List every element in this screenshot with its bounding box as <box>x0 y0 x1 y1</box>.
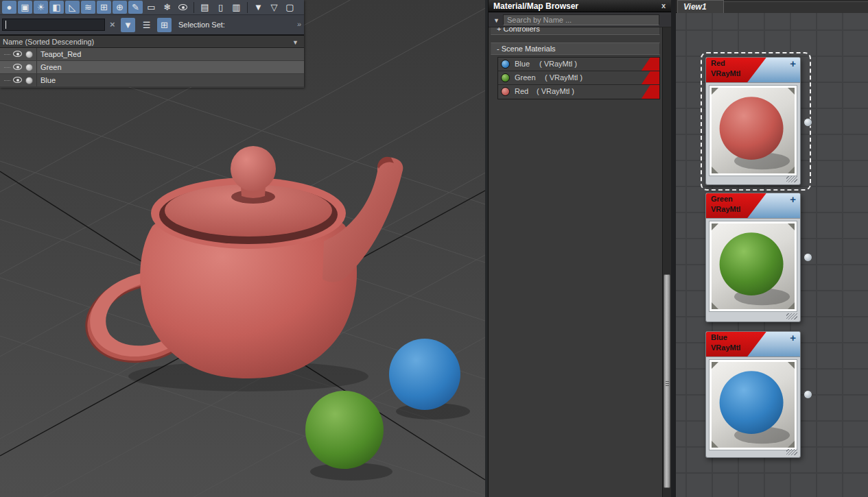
node-resize-grip[interactable] <box>786 449 797 455</box>
object-dot-icon[interactable] <box>25 51 33 58</box>
material-item-red[interactable]: Red ( VRayMtl ) <box>498 85 659 99</box>
preview-corner <box>712 223 718 230</box>
tree-branch <box>4 80 10 81</box>
expand-plus-icon[interactable]: + <box>790 332 796 343</box>
tab-view1[interactable]: View1 <box>677 0 724 13</box>
node-subtitle: VRayMtl <box>711 343 740 352</box>
display-none-icon[interactable]: ● <box>2 1 16 14</box>
select-by-filter-icon[interactable]: ▼ <box>121 18 135 32</box>
filter-settings-icon[interactable]: ▼ <box>251 1 266 14</box>
browser-scrollbar[interactable] <box>662 27 671 497</box>
detail-view-icon[interactable]: ▯ <box>213 1 228 14</box>
visibility-eye-icon[interactable] <box>13 51 22 57</box>
browser-options-dropdown-icon[interactable]: ▼ <box>493 17 500 24</box>
display-bones-icon[interactable]: ✎ <box>128 1 143 14</box>
blue-sphere-object[interactable] <box>389 339 460 410</box>
browser-title-bar[interactable]: Material/Map Browser x <box>489 0 671 12</box>
expand-plus-icon[interactable]: + <box>790 193 796 205</box>
tree-branch <box>4 67 10 68</box>
material-type: ( VRayMtl ) <box>539 60 577 68</box>
output-connector[interactable] <box>804 390 812 399</box>
selection-set-label: Selection Set: <box>178 21 225 29</box>
clear-search-icon[interactable]: × <box>110 19 115 29</box>
display-geometry-icon[interactable]: ▣ <box>18 1 32 14</box>
material-preview[interactable] <box>709 86 797 175</box>
scrollbar-grip <box>666 381 669 386</box>
material-node-blue[interactable]: Blue VRayMtl + <box>705 331 801 458</box>
preview-corner <box>712 362 718 369</box>
material-preview[interactable] <box>709 221 797 311</box>
display-helpers-icon[interactable]: ◺ <box>65 1 80 14</box>
visibility-eye-icon[interactable] <box>13 77 22 83</box>
scene-materials-list: Blue ( VRayMtl ) Green ( VRayMtl ) Red (… <box>497 57 660 99</box>
scene-row-green[interactable]: Green <box>0 61 304 74</box>
container-filter-icon[interactable]: ▢ <box>283 1 297 14</box>
material-map-browser-panel: Material/Map Browser x ▼ + Controllers -… <box>489 0 671 497</box>
node-side-tab[interactable] <box>798 230 808 296</box>
object-dot-icon[interactable] <box>25 64 33 71</box>
display-cameras-icon[interactable]: ◧ <box>49 1 64 14</box>
node-canvas[interactable]: Red VRayMtl + <box>676 13 868 497</box>
green-sphere-object[interactable] <box>305 391 384 469</box>
node-title: Blue <box>711 333 727 341</box>
visibility-eye-icon[interactable] <box>13 64 22 70</box>
display-lights-icon[interactable]: ☀ <box>34 1 48 14</box>
tree-branch <box>4 54 10 55</box>
property-view-icon[interactable]: ▥ <box>229 1 244 14</box>
display-containers-icon[interactable]: ▭ <box>144 1 159 14</box>
scene-row-blue[interactable]: Blue <box>0 74 304 87</box>
display-groups-icon[interactable]: ⊞ <box>97 1 111 14</box>
material-type: ( VRayMtl ) <box>545 73 583 82</box>
toolbar-separator <box>247 2 248 13</box>
section-controllers[interactable]: + Controllers <box>491 27 660 35</box>
preview-corner <box>788 362 795 369</box>
material-item-green[interactable]: Green ( VRayMtl ) <box>498 71 659 85</box>
preview-sphere-blue <box>712 362 795 448</box>
material-item-blue[interactable]: Blue ( VRayMtl ) <box>498 58 659 71</box>
name-column-header[interactable]: Name (Sorted Descending) ▼ <box>0 35 304 48</box>
display-hidden-eye-icon[interactable] <box>176 1 190 14</box>
object-dot-icon[interactable] <box>25 77 33 84</box>
node-side-tab[interactable] <box>798 367 808 433</box>
section-label: + Controllers <box>497 27 540 33</box>
expand-plus-icon[interactable]: + <box>790 58 796 69</box>
teapot-object[interactable] <box>86 146 403 378</box>
node-header[interactable]: Green VRayMtl + <box>706 193 800 219</box>
node-resize-grip[interactable] <box>786 313 797 319</box>
material-node-green[interactable]: Green VRayMtl + <box>705 193 801 322</box>
output-connector[interactable] <box>804 118 812 127</box>
scene-row-teapot-red[interactable]: Teapot_Red <box>0 48 304 61</box>
section-label: - Scene Materials <box>497 45 556 53</box>
node-header[interactable]: Blue VRayMtl + <box>706 332 800 357</box>
preview-corner <box>788 88 795 95</box>
display-xrefs-icon[interactable]: ⊕ <box>113 1 127 14</box>
scene-object-list: Teapot_Red Green Blue <box>0 48 304 87</box>
slate-node-view: View1 Red VRayMtl + <box>676 0 868 497</box>
hierarchy-view-icon[interactable]: ⊞ <box>157 18 172 32</box>
material-node-red[interactable]: Red VRayMtl + <box>705 57 801 185</box>
node-resize-grip[interactable] <box>786 176 797 182</box>
toolbar-overflow-chevrons[interactable]: » <box>297 20 301 28</box>
material-search-input[interactable] <box>503 14 659 25</box>
node-title: Red <box>711 59 725 67</box>
output-connector[interactable] <box>804 253 812 262</box>
display-space-warps-icon[interactable]: ≋ <box>81 1 95 14</box>
section-scene-materials[interactable]: - Scene Materials <box>491 43 660 55</box>
sort-dropdown-icon[interactable]: ▼ <box>292 39 298 46</box>
preview-corner <box>788 223 795 230</box>
explorer-search-input[interactable] <box>2 19 105 31</box>
in-use-marker <box>637 58 659 71</box>
filter-icon[interactable]: ▽ <box>267 1 281 14</box>
node-subtitle: VRayMtl <box>711 205 740 213</box>
material-preview[interactable] <box>709 360 797 450</box>
material-name: Green <box>515 73 536 82</box>
node-header[interactable]: Red VRayMtl + <box>706 58 800 83</box>
display-frozen-icon[interactable]: ❄ <box>160 1 174 14</box>
close-icon[interactable]: x <box>661 1 666 10</box>
layers-icon[interactable]: ☰ <box>139 18 154 32</box>
scrollbar-thumb[interactable] <box>664 274 670 488</box>
preview-corner <box>712 441 718 448</box>
in-use-marker <box>637 71 659 84</box>
list-view-icon[interactable]: ▤ <box>198 1 212 14</box>
text-caret <box>5 21 6 29</box>
